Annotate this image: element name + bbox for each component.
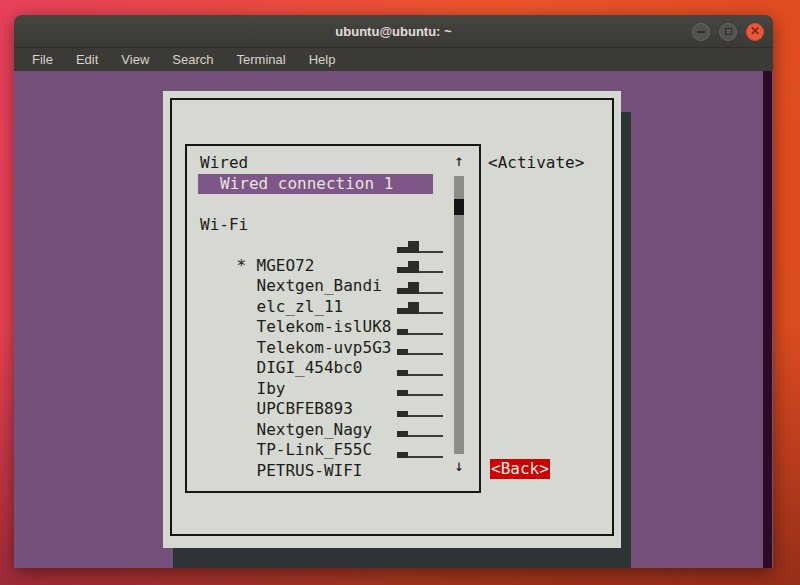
wifi-network-row[interactable]: Telekom-islUK8 [187, 297, 479, 318]
wifi-section-label: Wi-Fi [187, 215, 479, 236]
terminal-scrollbar-strip[interactable] [763, 71, 772, 568]
wifi-network-row[interactable]: elc_zl_11 [187, 276, 479, 297]
signal-strength-icon [397, 341, 443, 355]
signal-strength-icon [397, 444, 443, 458]
signal-strength-icon [397, 423, 443, 437]
window-title: ubuntu@ubuntu: ~ [335, 24, 451, 39]
wifi-network-row[interactable]: DIGI_454bc0 [187, 338, 479, 359]
minimize-button[interactable] [692, 23, 710, 41]
signal-strength-icon [397, 403, 443, 417]
wifi-network-list: *MGEO72 Nextgen_Bandi elc_zl_11 Telekom-… [187, 235, 479, 461]
desktop-wallpaper: ubuntu@ubuntu: ~ ✕ File Edit View Search… [0, 0, 800, 585]
wifi-network-row[interactable]: Iby [187, 358, 479, 379]
wired-connection-row[interactable]: Wired connection 1 [187, 174, 479, 195]
signal-strength-icon [397, 362, 443, 376]
nmtui-dialog: Wired Wired connection 1 Wi-Fi *MGEO72 N… [163, 91, 621, 548]
window-controls: ✕ [692, 15, 764, 48]
menu-terminal[interactable]: Terminal [231, 50, 292, 69]
close-icon: ✕ [750, 25, 760, 37]
scroll-up-icon[interactable]: ↑ [450, 151, 468, 170]
minimize-icon [697, 31, 705, 33]
terminal-window: ubuntu@ubuntu: ~ ✕ File Edit View Search… [14, 15, 773, 568]
wifi-network-row[interactable]: *MGEO72 [187, 235, 479, 256]
wifi-network-row[interactable]: UPCBFEB893 [187, 379, 479, 400]
window-titlebar[interactable]: ubuntu@ubuntu: ~ ✕ [14, 15, 773, 48]
connection-listbox[interactable]: Wired Wired connection 1 Wi-Fi *MGEO72 N… [185, 144, 481, 493]
wifi-network-row[interactable]: TP-Link_F55C [187, 420, 479, 441]
signal-strength-icon [397, 239, 443, 253]
signal-strength-icon [397, 259, 443, 273]
selected-connection-highlight[interactable]: Wired connection 1 [198, 174, 433, 194]
activate-button[interactable]: <Activate> [488, 153, 584, 172]
scrollbar-track[interactable] [454, 176, 464, 454]
wifi-network-row[interactable]: PETRUS-WIFI [187, 440, 479, 461]
blank-row [187, 194, 479, 215]
menu-view[interactable]: View [115, 50, 155, 69]
wired-section-label: Wired [187, 153, 479, 174]
signal-strength-icon [397, 382, 443, 396]
scrollbar-thumb[interactable] [454, 199, 464, 215]
terminal-body[interactable]: Wired Wired connection 1 Wi-Fi *MGEO72 N… [14, 71, 773, 568]
maximize-button[interactable] [719, 23, 737, 41]
menu-search[interactable]: Search [166, 50, 219, 69]
maximize-icon [725, 28, 732, 35]
scroll-down-icon[interactable]: ↓ [450, 456, 468, 475]
close-button[interactable]: ✕ [746, 23, 764, 41]
wifi-network-row[interactable]: Nextgen_Nagy [187, 399, 479, 420]
signal-strength-icon [397, 300, 443, 314]
menu-file[interactable]: File [26, 50, 59, 69]
wifi-network-row[interactable]: Nextgen_Bandi [187, 256, 479, 277]
menu-bar: File Edit View Search Terminal Help [14, 48, 773, 71]
signal-strength-icon [397, 280, 443, 294]
signal-strength-icon [397, 321, 443, 335]
wifi-network-row[interactable]: Telekom-uvp5G3 [187, 317, 479, 338]
menu-edit[interactable]: Edit [70, 50, 104, 69]
wifi-network-name: PETRUS-WIFI [257, 461, 363, 480]
menu-help[interactable]: Help [303, 50, 342, 69]
back-button[interactable]: <Back> [490, 459, 550, 479]
